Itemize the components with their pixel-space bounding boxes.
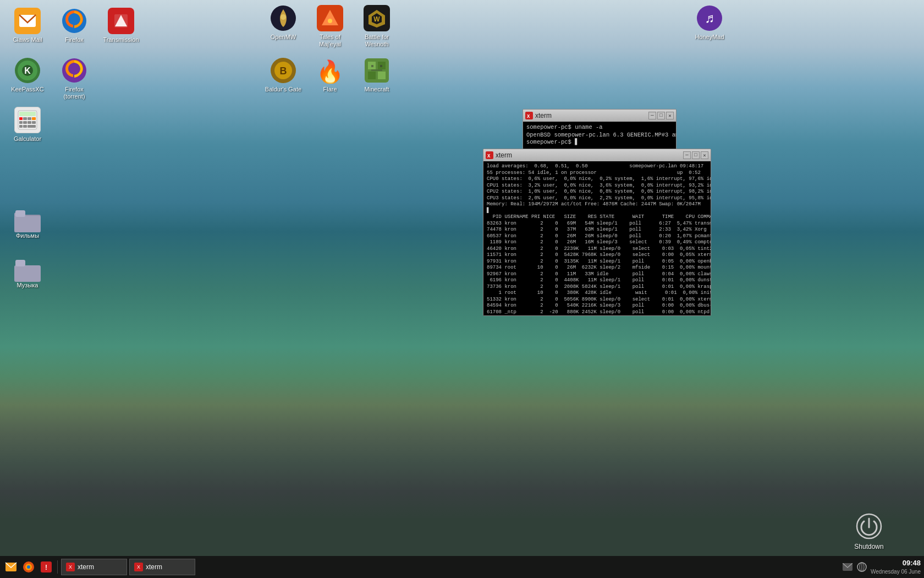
desktop-icon-firefox[interactable]: Firefox [52, 6, 96, 46]
svg-text:X: X [527, 114, 530, 118]
taskbar-time: 09:48 [871, 559, 921, 568]
taskbar-clock: 09:48 Wednesday 06 June [871, 559, 921, 575]
xterm-content-large: load averages: 0.68, 0.51, 0.50 somepowe… [483, 161, 711, 315]
svg-text:♬: ♬ [705, 10, 714, 25]
taskbar-xterm2[interactable]: X xterm [129, 559, 195, 575]
taskbar-tray: 09:48 Wednesday 06 June [842, 559, 921, 575]
svg-rect-50 [14, 216, 41, 232]
svg-rect-46 [371, 69, 382, 71]
taskbar: ! X xterm X xterm 09:48 Wednesday 06 Jun… [0, 556, 924, 578]
desktop-icon-honeymad[interactable]: ♬ HoneyMad [688, 3, 732, 43]
svg-text:K: K [24, 66, 31, 75]
galculator-label: Galculator [14, 135, 41, 143]
svg-rect-22 [23, 125, 27, 128]
xterm-minimize-small[interactable]: ─ [648, 112, 656, 119]
xterm-buttons-large: ─ □ ✕ [683, 151, 708, 159]
desktop-icon-firefox-torrent[interactable]: Firefox (torrent) [52, 55, 96, 102]
svg-text:!: ! [45, 564, 47, 571]
keepassxc-label: KeePassXC [11, 86, 43, 93]
svg-text:B: B [280, 66, 287, 77]
taskbar-xterm1-icon: X [66, 563, 75, 571]
svg-rect-17 [19, 121, 23, 124]
folder-films-label: Фильмы [16, 232, 39, 239]
taskbar-xterm2-icon: X [134, 563, 143, 571]
desktop-icon-minecraft[interactable]: Minecraft [355, 55, 399, 95]
xterm-minimize-large[interactable]: ─ [683, 151, 691, 159]
xterm-title-text-large: xterm [496, 151, 512, 159]
tales-label: Tales of Maj'eyal [310, 34, 350, 48]
desktop-icon-folder-music[interactable]: Музыка [6, 253, 50, 291]
tray-network-icon[interactable] [856, 561, 867, 572]
desktop-icon-tales[interactable]: Tales of Maj'eyal [308, 3, 352, 50]
desktop-icon-claws-mail[interactable]: Claws Mail [6, 6, 50, 46]
honeymad-label: HoneyMad [695, 34, 724, 41]
xterm-close-small[interactable]: ✕ [666, 112, 674, 119]
svg-rect-15 [28, 117, 31, 120]
shutdown-button[interactable]: Shutdown [847, 512, 891, 550]
desktop-icon-galculator[interactable]: Galculator [6, 105, 50, 145]
svg-rect-43 [378, 72, 386, 79]
folder-music-label: Музыка [17, 282, 38, 289]
svg-rect-14 [23, 117, 27, 120]
taskbar-separator [57, 560, 58, 574]
desktop-icon-folder-films[interactable]: Фильмы [6, 204, 50, 242]
xterm-title-left-small: X xterm [525, 112, 552, 119]
svg-rect-44 [371, 65, 373, 67]
svg-point-28 [328, 19, 332, 23]
xterm-title-text-small: xterm [535, 112, 552, 119]
desktop-icon-flare[interactable]: 🔥 Flare [308, 55, 352, 95]
xterm-title-left-large: X xterm [486, 151, 512, 159]
desktop-icons-area: Claws Mail Firefox Transmission [0, 0, 924, 556]
taskbar-xterm2-label: xterm [146, 563, 162, 571]
svg-rect-18 [23, 121, 27, 124]
svg-point-25 [280, 14, 286, 20]
baldur-label: Baldur's Gate [265, 86, 301, 93]
tray-mail-icon[interactable] [842, 561, 853, 572]
svg-rect-51 [15, 210, 25, 217]
firefox-label: Firefox [65, 36, 84, 43]
firefox-torrent-label: Firefox (torrent) [54, 86, 94, 100]
desktop-icon-openmw[interactable]: OpenMW [261, 3, 305, 43]
desktop-icon-transmission[interactable]: Transmission [99, 6, 143, 46]
desktop-icon-keepassxc[interactable]: K KeePassXC [6, 55, 50, 95]
claws-mail-label: Claws Mail [13, 36, 42, 43]
transmission-label: Transmission [103, 36, 139, 43]
flare-label: Flare [323, 86, 337, 93]
svg-rect-11 [19, 112, 36, 116]
desktop: Claws Mail Firefox Transmission [0, 0, 924, 578]
taskbar-xterm1[interactable]: X xterm [61, 559, 127, 575]
openmw-label: OpenMW [271, 34, 296, 41]
taskbar-firefox-icon[interactable] [21, 559, 36, 575]
shutdown-icon [855, 512, 883, 541]
taskbar-date: Wednesday 06 June [871, 568, 921, 575]
svg-text:W: W [373, 15, 380, 23]
svg-rect-13 [19, 117, 23, 120]
xterm-buttons-small: ─ □ ✕ [648, 112, 674, 119]
xterm-icon-small: X [525, 112, 533, 119]
svg-rect-42 [368, 72, 376, 79]
svg-rect-45 [380, 65, 382, 67]
taskbar-system-icon[interactable]: ! [38, 559, 54, 575]
xterm-maximize-large[interactable]: □ [692, 151, 700, 159]
xterm-maximize-small[interactable]: □ [657, 112, 665, 119]
desktop-icon-baldur[interactable]: B Baldur's Gate [261, 55, 305, 95]
svg-text:X: X [487, 154, 491, 158]
xterm-titlebar-large[interactable]: X xterm ─ □ ✕ [483, 149, 711, 161]
svg-point-60 [27, 565, 30, 569]
taskbar-claws-icon[interactable] [3, 559, 19, 575]
svg-text:🔥: 🔥 [317, 58, 343, 84]
taskbar-xterm1-label: xterm [78, 563, 94, 571]
svg-rect-19 [28, 121, 31, 124]
xterm-window-large[interactable]: X xterm ─ □ ✕ load averages: 0.68, 0.51,… [483, 149, 711, 316]
shutdown-label: Shutdown [854, 543, 883, 550]
svg-rect-21 [19, 125, 23, 128]
xterm-titlebar-small[interactable]: X xterm ─ □ ✕ [523, 110, 676, 122]
svg-rect-23 [28, 125, 36, 128]
svg-rect-53 [15, 260, 25, 266]
minecraft-label: Minecraft [364, 86, 389, 93]
wesnoth-label: Battle for Wesnoth [357, 34, 397, 48]
desktop-icon-wesnoth[interactable]: W Battle for Wesnoth [355, 3, 399, 50]
xterm-icon-large: X [486, 151, 493, 159]
xterm-close-large[interactable]: ✕ [701, 151, 708, 159]
svg-rect-16 [32, 117, 36, 120]
